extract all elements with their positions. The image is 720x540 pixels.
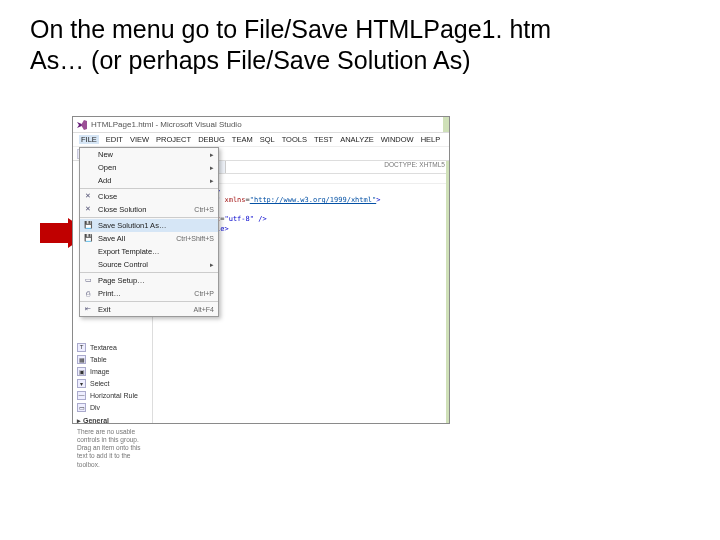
exit-icon: ⇤	[83, 304, 93, 314]
file-menu-dropdown: New Open Add ✕Close ✕Close SolutionCtrl+…	[79, 147, 219, 317]
slide-instruction: On the menu go to File/Save HTMLPage1. h…	[30, 14, 690, 77]
right-accent-strip	[446, 161, 449, 423]
menu-separator	[80, 188, 218, 189]
menu-tools[interactable]: TOOLS	[282, 135, 307, 144]
menu-item-open[interactable]: Open	[80, 161, 218, 174]
menu-item-close-solution[interactable]: ✕Close SolutionCtrl+S	[80, 203, 218, 216]
menu-item-print[interactable]: ⎙Print…Ctrl+P	[80, 287, 218, 300]
toolbox-item-select[interactable]: ▾Select	[77, 377, 149, 389]
disk-icon: 💾	[83, 220, 93, 230]
doctype-hint: DOCTYPE: XHTML5	[380, 161, 449, 173]
image-icon: ▣	[77, 367, 86, 376]
menu-item-new[interactable]: New	[80, 148, 218, 161]
svg-marker-2	[81, 120, 87, 130]
menu-edit[interactable]: EDIT	[106, 135, 123, 144]
heading-line-1: On the menu go to File/Save HTMLPage1. h…	[30, 15, 551, 43]
close-icon: ✕	[83, 191, 93, 201]
menu-item-save-solution-as[interactable]: 💾Save Solution1 As…	[80, 219, 218, 232]
window-title: HTMLPage1.html - Microsoft Visual Studio	[91, 120, 242, 129]
menu-item-add[interactable]: Add	[80, 174, 218, 187]
menu-test[interactable]: TEST	[314, 135, 333, 144]
menu-team[interactable]: TEAM	[232, 135, 253, 144]
menu-separator	[80, 301, 218, 302]
menu-item-exit[interactable]: ⇤ExitAlt+F4	[80, 303, 218, 316]
toolbox-item-image[interactable]: ▣Image	[77, 365, 149, 377]
menu-help[interactable]: HELP	[421, 135, 441, 144]
menu-window[interactable]: WINDOW	[381, 135, 414, 144]
window-titlebar: HTMLPage1.html - Microsoft Visual Studio	[73, 117, 449, 133]
heading-line-2: As… (or perhaps File/Save Solution As)	[30, 46, 470, 74]
menu-item-save-all[interactable]: 💾Save AllCtrl+Shift+S	[80, 232, 218, 245]
textarea-icon: T	[77, 343, 86, 352]
toolbox-section-general[interactable]: ▸ General	[77, 417, 149, 425]
menu-file[interactable]: FILE	[79, 135, 99, 144]
menu-analyze[interactable]: ANALYZE	[340, 135, 374, 144]
menu-view[interactable]: VIEW	[130, 135, 149, 144]
disks-icon: 💾	[83, 233, 93, 243]
hr-icon: —	[77, 391, 86, 400]
div-icon: ▭	[77, 403, 86, 412]
menu-item-close[interactable]: ✕Close	[80, 190, 218, 203]
page-icon: ▭	[83, 275, 93, 285]
visual-studio-window: HTMLPage1.html - Microsoft Visual Studio…	[72, 116, 450, 424]
titlebar-accent	[443, 117, 449, 132]
menubar: FILE EDIT VIEW PROJECT DEBUG TEAM SQL TO…	[73, 133, 449, 147]
menu-item-export-template[interactable]: Export Template…	[80, 245, 218, 258]
vs-logo-icon	[77, 120, 87, 130]
select-icon: ▾	[77, 379, 86, 388]
toolbox-item-div[interactable]: ▭Div	[77, 401, 149, 413]
toolbox-item-hr[interactable]: —Horizontal Rule	[77, 389, 149, 401]
print-icon: ⎙	[83, 288, 93, 298]
menu-sql[interactable]: SQL	[260, 135, 275, 144]
menu-item-source-control[interactable]: Source Control	[80, 258, 218, 271]
menu-project[interactable]: PROJECT	[156, 135, 191, 144]
menu-separator	[80, 217, 218, 218]
toolbox-item-table[interactable]: ▦Table	[77, 353, 149, 365]
toolbox-empty-note: There are no usable controls in this gro…	[77, 428, 149, 469]
table-icon: ▦	[77, 355, 86, 364]
menu-separator	[80, 272, 218, 273]
toolbox-item-textarea[interactable]: TTextarea	[77, 341, 149, 353]
menu-debug[interactable]: DEBUG	[198, 135, 225, 144]
toolbox-panel: TTextarea ▦Table ▣Image ▾Select —Horizon…	[73, 339, 153, 471]
close-icon: ✕	[83, 204, 93, 214]
menu-item-page-setup[interactable]: ▭Page Setup…	[80, 274, 218, 287]
